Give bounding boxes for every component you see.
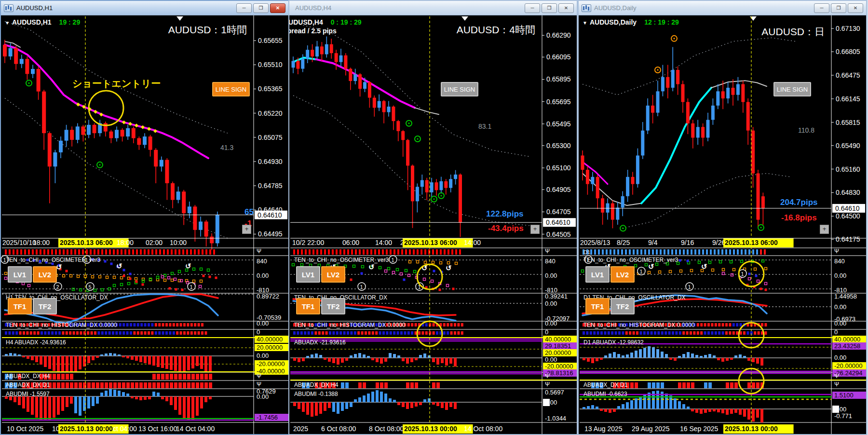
histogram-label: TEN_to_CHI_no_HISTOGRAM_DX 0.0000 xyxy=(294,322,406,328)
chart-canvas-h4: 0.662900.660950.658950.656950.654950.653… xyxy=(289,1,578,435)
svg-text:8 Oct 08:00: 8 Oct 08:00 xyxy=(369,425,404,433)
lv2-button[interactable]: LV2 xyxy=(321,266,345,283)
svg-text:↺: ↺ xyxy=(648,262,654,271)
symbol-label: AUDUSD,H4 xyxy=(288,18,323,26)
titlebar[interactable]: AUDUSD,Daily ─ ❐ ✕ xyxy=(579,1,866,15)
svg-text:0.64830: 0.64830 xyxy=(836,189,860,196)
svg-text:1: 1 xyxy=(741,271,744,277)
timeframe-watermark: AUDUSD：1時間 xyxy=(168,23,247,37)
chart-canvas-h1: 0.656550.655100.653650.652200.650750.649… xyxy=(1,1,289,435)
svg-text:0.00: 0.00 xyxy=(834,406,846,413)
range-value: 83.1 xyxy=(478,122,491,130)
svg-text:29.18351: 29.18351 xyxy=(545,342,571,350)
close-button[interactable]: ✕ xyxy=(270,3,285,13)
window-title: AUDUSD,Daily xyxy=(594,4,814,12)
svg-text:0.65490: 0.65490 xyxy=(836,142,860,150)
svg-text:0.64495: 0.64495 xyxy=(258,230,283,238)
symbol-label: AUDUSD,Daily xyxy=(590,18,637,26)
svg-text:0: 0 xyxy=(545,328,548,336)
minimize-button[interactable]: ─ xyxy=(814,3,829,13)
titlebar[interactable]: AUDUSD,H1 ─ ❐ ✕ xyxy=(1,1,288,15)
svg-text:40.00000: 40.00000 xyxy=(834,336,860,343)
symbol-header: ▼AUDUSD,H119 : 29 xyxy=(5,18,80,26)
svg-text:14 Oct 08:00: 14 Oct 08:00 xyxy=(464,425,502,433)
window-title: AUDUSD,H4 xyxy=(295,4,525,12)
chart-icon xyxy=(582,4,591,12)
svg-text:2025.10.13 00:00: 2025.10.13 00:00 xyxy=(404,425,457,433)
tf1-button[interactable]: TF1 xyxy=(585,298,610,314)
minimize-button[interactable]: ─ xyxy=(236,3,252,13)
lv2-button[interactable]: LV2 xyxy=(33,266,57,283)
tf1-button[interactable]: TF1 xyxy=(296,298,320,314)
spread-label: spread / 2.5 pips xyxy=(288,27,337,35)
pips-up-label: 122.8pips xyxy=(486,209,524,219)
close-button[interactable]: ✕ xyxy=(558,3,574,13)
svg-text:40.00000: 40.00000 xyxy=(257,336,283,343)
svg-text:-20.00000: -20.00000 xyxy=(257,360,285,367)
lv1-button[interactable]: LV1 xyxy=(585,266,610,283)
tf1-button[interactable]: TF1 xyxy=(8,298,32,314)
pips-down-label: -43.4pips xyxy=(488,224,524,233)
timeframe-watermark: AUDUSD：4時間 xyxy=(457,23,535,37)
svg-text:0.65895: 0.65895 xyxy=(546,75,571,83)
svg-text:0.00: 0.00 xyxy=(834,320,846,327)
scroll-to-end-button[interactable]: + xyxy=(530,225,540,234)
lv1-button[interactable]: LV1 xyxy=(296,266,320,283)
svg-text:5: 5 xyxy=(89,284,92,290)
titlebar[interactable]: AUDUSD,H4 ─ ❐ ✕ xyxy=(289,1,577,15)
svg-text:0.64610: 0.64610 xyxy=(835,204,860,212)
scroll-to-end-button[interactable]: + xyxy=(820,225,829,234)
svg-text:0.65300: 0.65300 xyxy=(546,142,571,150)
svg-text:0.00: 0.00 xyxy=(545,300,557,307)
svg-text:-1.7456: -1.7456 xyxy=(257,414,278,421)
abudmi-label: ABUDMI -0.1388 xyxy=(294,391,338,397)
close-button[interactable]: ✕ xyxy=(848,3,863,13)
svg-text:0.00: 0.00 xyxy=(257,352,269,359)
tf2-button[interactable]: TF2 xyxy=(33,298,57,314)
svg-text:0.66475: 0.66475 xyxy=(836,71,860,79)
svg-text:↺: ↺ xyxy=(701,262,707,271)
svg-text:0: 0 xyxy=(257,328,260,336)
mt4-workspace: 0.656550.655100.653650.652200.650750.649… xyxy=(0,0,868,435)
chart-window-audusd-h4[interactable]: 0.662900.660950.658950.656950.654950.653… xyxy=(288,0,578,435)
svg-text:↺: ↺ xyxy=(446,264,452,272)
svg-text:-1.0344: -1.0344 xyxy=(545,415,566,422)
line-sign-button[interactable]: LINE SIGN xyxy=(212,82,250,96)
svg-text:14 Oct 04:00: 14 Oct 04:00 xyxy=(176,425,215,433)
lv2-button[interactable]: LV2 xyxy=(610,266,635,283)
tf2-button[interactable]: TF2 xyxy=(610,298,635,314)
svg-text:0.00: 0.00 xyxy=(545,272,557,279)
svg-text:2025.10.13 00:00: 2025.10.13 00:00 xyxy=(725,425,778,433)
maximize-button[interactable]: ❐ xyxy=(253,3,269,13)
svg-text:2025.10.13 06:00: 2025.10.13 06:00 xyxy=(60,239,113,246)
scroll-to-end-button[interactable]: + xyxy=(242,225,251,234)
minimize-button[interactable]: ─ xyxy=(525,3,540,13)
svg-text:Ψ: Ψ xyxy=(545,381,550,388)
maximize-button[interactable]: ❐ xyxy=(831,3,846,13)
svg-text:Ψ: Ψ xyxy=(834,381,839,388)
svg-text:18:00: 18:00 xyxy=(33,239,50,246)
oscimeter-label: TEN_to_CHI_no_OSCIMETER_ver3 xyxy=(6,257,100,263)
abuadx-dx-label: ABUADX_DX D1 xyxy=(583,381,627,388)
chevron-down-icon[interactable]: ▼ xyxy=(5,20,10,26)
tf2-button[interactable]: TF2 xyxy=(321,298,345,314)
svg-text:0.67130: 0.67130 xyxy=(836,25,860,32)
svg-text:13 Aug 2025: 13 Aug 2025 xyxy=(584,425,623,433)
svg-text:0.00: 0.00 xyxy=(834,354,846,361)
svg-text:0.64175: 0.64175 xyxy=(836,235,860,243)
lv1-button[interactable]: LV1 xyxy=(8,266,32,283)
svg-text:40.00000: 40.00000 xyxy=(545,336,571,343)
svg-text:0.00: 0.00 xyxy=(545,320,557,327)
chart-window-audusd-daily[interactable]: 0.671300.668050.664750.661450.658150.654… xyxy=(578,0,867,435)
abudmi-label: ABUDMI -0.6623 xyxy=(583,391,627,397)
svg-text:0.64610: 0.64610 xyxy=(258,211,282,219)
svg-text:23.43258: 23.43258 xyxy=(834,342,860,350)
symbol-label: AUDUSD,H1 xyxy=(12,18,52,26)
chevron-down-icon[interactable]: ▼ xyxy=(583,20,587,26)
svg-text:↺: ↺ xyxy=(368,263,375,271)
line-sign-button[interactable]: LINE SIGN xyxy=(441,82,478,96)
line-sign-button[interactable]: LINE SIGN xyxy=(773,82,811,96)
maximize-button[interactable]: ❐ xyxy=(542,3,557,13)
chart-window-audusd-h1[interactable]: 0.656550.655100.653650.652200.650750.649… xyxy=(0,0,289,435)
svg-text:0.00: 0.00 xyxy=(257,393,269,400)
